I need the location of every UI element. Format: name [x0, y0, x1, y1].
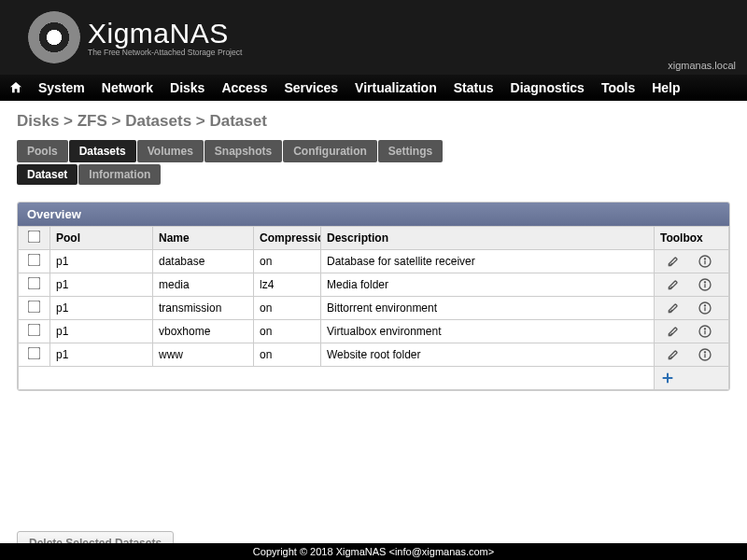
cell-name: media	[153, 273, 254, 297]
menu-item-services[interactable]: Services	[275, 77, 346, 99]
edit-icon[interactable]	[666, 324, 681, 339]
breadcrumb: Disks > ZFS > Datasets > Dataset	[17, 112, 730, 131]
cell-toolbox	[655, 320, 729, 343]
table-row: p1medialz4Media folder	[19, 273, 729, 297]
menu-item-help[interactable]: Help	[643, 77, 688, 99]
row-select-cell	[19, 320, 50, 343]
col-compression: Compression	[254, 227, 321, 250]
cell-toolbox	[655, 250, 729, 273]
row-select-checkbox[interactable]	[28, 301, 41, 314]
copyright: Copyright © 2018 XigmaNAS <info@xigmanas…	[0, 543, 747, 560]
cell-compression: on	[254, 343, 321, 367]
panel-title: Overview	[18, 203, 729, 226]
cell-name: www	[153, 343, 254, 367]
cell-toolbox	[655, 343, 729, 367]
home-icon[interactable]	[7, 79, 24, 96]
info-icon[interactable]	[698, 324, 712, 339]
menubar: SystemNetworkDisksAccessServicesVirtuali…	[0, 75, 747, 101]
cell-name: database	[153, 250, 254, 273]
delete-selected-button[interactable]: Delete Selected Datasets	[17, 531, 174, 543]
menu-item-diagnostics[interactable]: Diagnostics	[502, 77, 593, 99]
brand-name: XigmaNAS	[88, 18, 242, 49]
cell-description: Website root folder	[321, 343, 655, 367]
table-row: p1transmissiononBittorrent environment	[19, 297, 729, 320]
menu-item-access[interactable]: Access	[213, 77, 275, 99]
col-pool: Pool	[50, 227, 153, 250]
row-select-checkbox[interactable]	[28, 277, 41, 290]
edit-icon[interactable]	[666, 254, 681, 269]
cell-name: vboxhome	[153, 320, 254, 343]
tab-snapshots[interactable]: Snapshots	[204, 140, 282, 162]
add-row	[19, 367, 729, 390]
select-all-cell	[19, 227, 50, 250]
tabrow-primary: PoolsDatasetsVolumesSnapshotsConfigurati…	[17, 140, 730, 162]
cell-compression: on	[254, 320, 321, 343]
col-toolbox: Toolbox	[655, 227, 729, 250]
logo-disc-icon	[28, 11, 80, 63]
row-select-checkbox[interactable]	[28, 254, 41, 267]
menu-item-network[interactable]: Network	[93, 77, 162, 99]
menu-item-status[interactable]: Status	[445, 77, 502, 99]
row-select-cell	[19, 343, 50, 367]
logo-text: XigmaNAS The Free Network-Attached Stora…	[88, 18, 242, 57]
hostname: xigmanas.local	[668, 60, 736, 71]
cell-compression: on	[254, 250, 321, 273]
cell-compression: lz4	[254, 273, 321, 297]
select-all-checkbox[interactable]	[28, 231, 41, 244]
cell-pool: p1	[50, 250, 153, 273]
cell-name: transmission	[153, 297, 254, 320]
cell-compression: on	[254, 297, 321, 320]
row-select-cell	[19, 250, 50, 273]
cell-pool: p1	[50, 297, 153, 320]
add-cell	[655, 367, 729, 390]
dataset-table: Pool Name Compression Description Toolbo…	[18, 226, 729, 390]
content: Disks > ZFS > Datasets > Dataset PoolsDa…	[0, 101, 747, 543]
row-select-checkbox[interactable]	[28, 324, 41, 337]
row-select-cell	[19, 273, 50, 297]
table-row: p1wwwonWebsite root folder	[19, 343, 729, 367]
table-row: p1vboxhomeonVirtualbox environment	[19, 320, 729, 343]
info-icon[interactable]	[698, 254, 712, 269]
svg-point-11	[704, 329, 705, 329]
tab-settings[interactable]: Settings	[378, 140, 443, 162]
info-icon[interactable]	[698, 301, 712, 315]
cell-description: Media folder	[321, 273, 655, 297]
tab-volumes[interactable]: Volumes	[137, 140, 204, 162]
add-icon[interactable]	[660, 371, 675, 384]
cell-toolbox	[655, 273, 729, 297]
tabrow-secondary: DatasetInformation	[17, 164, 730, 185]
cell-pool: p1	[50, 343, 153, 367]
footer-actions: Delete Selected Datasets	[17, 531, 730, 543]
edit-icon[interactable]	[666, 301, 681, 315]
tab-pools[interactable]: Pools	[17, 140, 68, 162]
tab-datasets[interactable]: Datasets	[69, 140, 136, 162]
overview-panel: Overview Pool Name Compression Descripti…	[17, 202, 730, 391]
cell-description: Virtualbox environment	[321, 320, 655, 343]
cell-toolbox	[655, 297, 729, 320]
tab-configuration[interactable]: Configuration	[283, 140, 377, 162]
info-icon[interactable]	[698, 347, 712, 362]
svg-point-14	[704, 352, 705, 353]
cell-pool: p1	[50, 273, 153, 297]
menu-item-virtualization[interactable]: Virtualization	[346, 77, 445, 99]
brand-tagline: The Free Network-Attached Storage Projec…	[88, 48, 242, 57]
cell-description: Bittorrent environment	[321, 297, 655, 320]
subtab-information[interactable]: Information	[78, 164, 161, 185]
svg-point-2	[704, 259, 705, 259]
svg-point-8	[704, 305, 705, 306]
edit-icon[interactable]	[666, 347, 681, 362]
logo[interactable]: XigmaNAS The Free Network-Attached Stora…	[0, 11, 242, 63]
menu-item-system[interactable]: System	[30, 77, 93, 99]
row-select-checkbox[interactable]	[28, 347, 41, 360]
header: XigmaNAS The Free Network-Attached Stora…	[0, 0, 747, 75]
cell-pool: p1	[50, 320, 153, 343]
col-description: Description	[321, 227, 655, 250]
svg-point-5	[704, 282, 705, 283]
subtab-dataset[interactable]: Dataset	[17, 164, 78, 185]
info-icon[interactable]	[698, 277, 712, 292]
col-name: Name	[153, 227, 254, 250]
table-row: p1databaseonDatabase for satellite recei…	[19, 250, 729, 273]
menu-item-tools[interactable]: Tools	[593, 77, 643, 99]
menu-item-disks[interactable]: Disks	[162, 77, 213, 99]
edit-icon[interactable]	[666, 277, 681, 292]
